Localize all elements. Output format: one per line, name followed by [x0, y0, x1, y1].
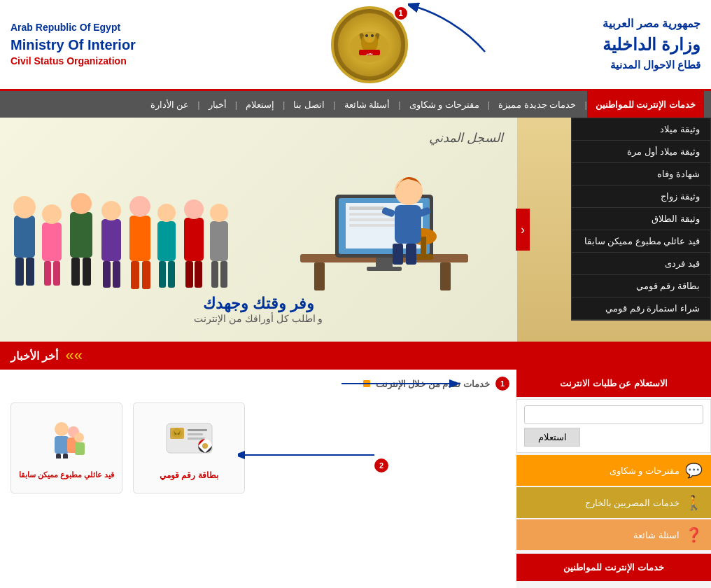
news-chevrons-icon: »» [65, 346, 82, 365]
egypt-eagle-icon: مصر [345, 20, 394, 69]
sidebar-suggestions[interactable]: 💬 مقترحات و شكاوى [516, 455, 711, 486]
slider-title-ar: وفر وقتك وجهدك [194, 295, 323, 313]
faq-label: اسئلة شائعة [633, 530, 680, 540]
svg-rect-31 [157, 221, 176, 261]
svg-rect-35 [184, 218, 204, 261]
sidebar-abroad[interactable]: 🚶 خدمات المصريين بالخارج [516, 487, 711, 518]
header-left: Arab Republic Of Egypt Ministry Of Inter… [10, 21, 136, 68]
sidebar: الاستعلام عن طلبات الانترنت استعلام 💬 مق… [516, 370, 711, 588]
svg-point-32 [157, 204, 176, 222]
svg-rect-38 [195, 261, 202, 288]
sidebar-internet-services[interactable]: خدمات الإنترنت للمواطنين [516, 554, 711, 581]
svg-point-79 [174, 428, 180, 433]
svg-rect-26 [113, 261, 120, 288]
service-card-national-id[interactable]: بطاقة رقم قومي [133, 402, 245, 493]
nav-item-new-services[interactable]: خدمات جديدة مميزة [490, 91, 584, 118]
family-card-label: قيد عائلي مطبوع مميكن سابقا [15, 470, 118, 479]
dropdown-death-cert[interactable]: شهادة وفاه [572, 163, 710, 186]
news-bar: »» أخر الأخبار [0, 342, 711, 370]
computer-illustration [293, 139, 475, 300]
svg-rect-69 [63, 454, 68, 458]
emblem: مصر 1 [331, 6, 408, 83]
header: Arab Republic Of Egypt Ministry Of Inter… [0, 0, 711, 91]
dropdown-family-record[interactable]: قيد عائلي مطبوع مميكن سابقا [572, 230, 710, 253]
org-line1: Arab Republic Of Egypt [10, 21, 136, 35]
search-button[interactable]: استعلام [524, 428, 580, 447]
nav-item-inquiry[interactable]: إستعلام [237, 91, 283, 118]
svg-rect-25 [103, 261, 111, 288]
search-area: استعلام [516, 399, 711, 453]
dropdown-national-id[interactable]: بطاقة رقم قومي [572, 275, 710, 298]
dropdown-birth-cert[interactable]: وثيقة ميلاد [572, 118, 710, 141]
dropdown-menu: وثيقة ميلاد وثيقة ميلاد أول مرة شهادة وف… [571, 118, 711, 321]
svg-rect-49 [349, 206, 384, 210]
slider: السجل المدني [0, 118, 517, 342]
svg-point-84 [202, 443, 208, 449]
svg-rect-29 [131, 261, 139, 289]
nav-item-internet-services[interactable]: خدمات الإنترنت للمواطنين [587, 91, 704, 118]
slider-subtitle-ar: و اطلب كل أوراقك من الإنترنت [194, 313, 323, 324]
service-card-family[interactable]: قيد عائلي مطبوع مميكن سابقا [10, 402, 122, 493]
svg-rect-15 [42, 223, 62, 261]
svg-rect-54 [367, 267, 402, 271]
svg-point-58 [395, 177, 423, 205]
navbar: خدمات الإنترنت للمواطنين | خدمات جديدة م… [0, 91, 711, 118]
svg-point-66 [55, 422, 69, 436]
abroad-label: خدمات المصريين بالخارج [585, 498, 680, 508]
svg-rect-51 [349, 218, 398, 221]
svg-point-16 [42, 204, 62, 224]
nav-item-contact[interactable]: اتصل بنا [285, 91, 333, 118]
dropdown-buy-national-id[interactable]: شراء استمارة رقم قومي [572, 298, 710, 320]
svg-rect-42 [220, 261, 227, 288]
svg-rect-53 [376, 258, 393, 268]
arrow1-icon [408, 0, 492, 55]
dropdown-divorce-cert[interactable]: وثيقة الطلاق [572, 208, 710, 230]
nav-item-news[interactable]: أخبار [200, 91, 235, 118]
svg-rect-80 [188, 429, 207, 431]
services-circle-num: 1 [495, 377, 509, 391]
family-icon [42, 416, 91, 458]
bottom-section: 1 خدمات تقدم من خلال الإنترنت [0, 370, 711, 588]
nav-item-faq[interactable]: أسئلة شائعة [336, 91, 399, 118]
national-id-label: بطاقة رقم قومي [156, 470, 222, 480]
inquiry-button[interactable]: الاستعلام عن طلبات الانترنت [516, 370, 711, 397]
org-line3: Civil Status Organization [10, 55, 136, 69]
svg-rect-19 [70, 212, 92, 258]
svg-rect-67 [55, 436, 69, 454]
svg-rect-11 [14, 216, 35, 258]
dropdown-marriage-cert[interactable]: وثيقة زواج [572, 186, 710, 208]
svg-text:مصر: مصر [365, 51, 373, 56]
arrow-right-icon [342, 377, 467, 391]
svg-rect-33 [159, 261, 166, 288]
svg-rect-14 [26, 258, 34, 286]
svg-rect-44 [314, 262, 325, 290]
svg-point-72 [74, 433, 84, 442]
nav-items: خدمات الإنترنت للمواطنين | خدمات جديدة م… [7, 91, 704, 118]
svg-point-6 [371, 34, 374, 37]
svg-rect-27 [129, 216, 150, 261]
svg-rect-22 [83, 258, 91, 286]
content-area: 1 خدمات تقدم من خلال الإنترنت [0, 370, 516, 588]
computer-scene-icon [293, 139, 475, 300]
dropdown-first-birth[interactable]: وثيقة ميلاد أول مرة [572, 141, 710, 163]
slider-nav-btn[interactable]: › [516, 209, 530, 251]
header-right: جمهورية مصر العربية وزارة الداخلية قطاع … [603, 15, 701, 74]
search-input[interactable] [524, 405, 703, 424]
svg-rect-41 [211, 261, 218, 288]
svg-rect-37 [185, 261, 193, 288]
svg-point-28 [129, 196, 150, 217]
nav-item-suggestions[interactable]: مقترحات و شكاوى [401, 91, 488, 118]
sidebar-faq[interactable]: ❓ اسئلة شائعة [516, 519, 711, 550]
svg-point-36 [184, 200, 204, 219]
header-center: مصر 1 [331, 6, 408, 83]
svg-rect-13 [15, 258, 24, 286]
services-header: 1 خدمات تقدم من خلال الإنترنت [7, 377, 509, 391]
svg-rect-30 [142, 261, 150, 289]
ar-org-line2: وزارة الداخلية [603, 32, 701, 57]
national-id-card-icon [163, 416, 216, 458]
svg-rect-59 [395, 205, 421, 244]
svg-rect-61 [406, 244, 416, 265]
dropdown-individual-record[interactable]: قيد فردى [572, 253, 710, 275]
nav-item-admin[interactable]: عن الأدارة [142, 91, 198, 118]
svg-rect-81 [188, 433, 203, 435]
